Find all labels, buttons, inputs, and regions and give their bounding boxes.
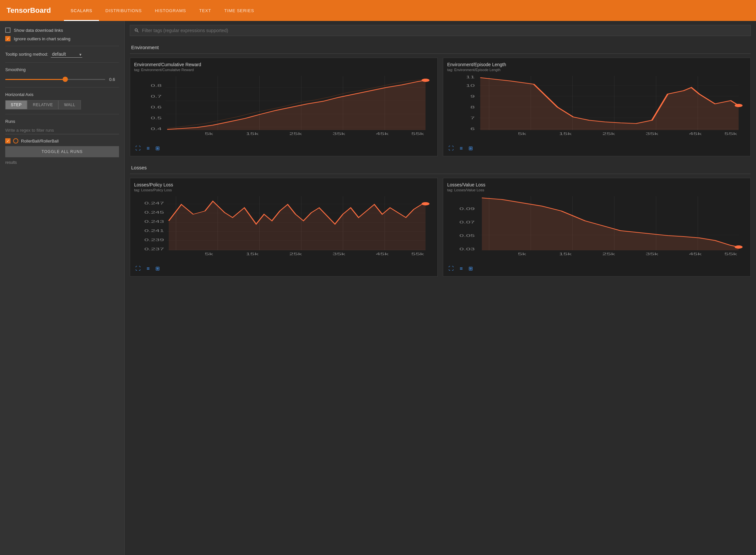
filter-bar (130, 25, 751, 36)
tooltip-label: Tooltip sorting method: (5, 52, 48, 57)
divider-3 (5, 87, 119, 87)
data-download-button-1[interactable]: ≡ (458, 144, 464, 152)
chart-value-loss-tag: tag: Losses/Value Loss (447, 188, 747, 192)
smoothing-section: Smoothing 0.6 (5, 67, 119, 83)
zoom-button-3[interactable]: ⊞ (467, 265, 474, 272)
environment-section: Environment Environment/Cumulative Rewar… (130, 41, 751, 156)
svg-text:35k: 35k (645, 132, 659, 136)
svg-text:55k: 55k (724, 132, 738, 136)
svg-text:0.237: 0.237 (144, 247, 164, 251)
smoothing-label: Smoothing (5, 67, 119, 72)
svg-text:5k: 5k (518, 132, 526, 136)
episode-length-svg: 6 7 8 9 10 11 5k 15k 25k 35k 45k (447, 74, 747, 140)
header: TensorBoard SCALARS DISTRIBUTIONS HISTOG… (0, 0, 756, 21)
run-checkbox-0[interactable] (5, 138, 10, 143)
svg-text:5k: 5k (518, 252, 526, 256)
filter-tags-input[interactable] (142, 28, 747, 33)
svg-text:35k: 35k (332, 252, 346, 256)
tooltip-select-wrapper: default descending ascending nearest (51, 51, 82, 58)
ignore-outliers-checkbox[interactable] (5, 36, 10, 41)
svg-text:25k: 25k (289, 132, 302, 136)
nav-tabs: SCALARS DISTRIBUTIONS HISTOGRAMS TEXT TI… (64, 0, 261, 21)
runs-filter-input[interactable] (5, 126, 119, 134)
run-item-0: RollerBall/RollerBall (5, 138, 119, 143)
chart-policy-loss-area: 0.237 0.239 0.241 0.243 0.245 0.247 5k 1… (134, 195, 433, 260)
show-download-links-checkbox[interactable] (5, 28, 10, 33)
slider-thumb[interactable] (63, 77, 68, 82)
results-text: results (5, 160, 17, 165)
expand-chart-button-1[interactable]: ⛶ (447, 144, 455, 152)
svg-text:7: 7 (471, 116, 475, 120)
horizontal-axis-label: Horizontal Axis (5, 92, 119, 97)
losses-section-title: Losses (130, 162, 751, 174)
environment-section-title: Environment (130, 41, 751, 54)
svg-text:0.5: 0.5 (151, 116, 162, 120)
slider-row: 0.6 (5, 76, 119, 83)
svg-text:15k: 15k (246, 132, 259, 136)
svg-text:0.03: 0.03 (459, 247, 475, 251)
svg-text:0.07: 0.07 (459, 220, 475, 224)
chart-episode-length-area: 6 7 8 9 10 11 5k 15k 25k 35k 45k (447, 74, 747, 140)
value-loss-toolbar: ⛶ ≡ ⊞ (447, 263, 747, 272)
chart-episode-length: Environment/Episode Length tag: Environm… (443, 58, 751, 156)
svg-text:6: 6 (471, 127, 475, 131)
expand-chart-button-2[interactable]: ⛶ (134, 265, 142, 272)
data-download-button-3[interactable]: ≡ (458, 265, 464, 272)
toggle-all-runs-button[interactable]: TOGGLE ALL RUNS (5, 146, 119, 157)
svg-text:45k: 45k (689, 252, 702, 256)
chart-value-loss: Losses/Value Loss tag: Losses/Value Loss (443, 178, 751, 276)
svg-text:0.241: 0.241 (144, 229, 164, 232)
zoom-button-2[interactable]: ⊞ (154, 265, 161, 272)
tab-histograms[interactable]: HISTOGRAMS (148, 0, 192, 21)
svg-text:9: 9 (471, 95, 475, 98)
show-download-links-option: Show data download links (5, 28, 119, 33)
logo: TensorBoard (7, 6, 51, 15)
smoothing-slider-container (5, 76, 105, 83)
tab-text[interactable]: TEXT (193, 0, 218, 21)
tab-time-series[interactable]: TIME SERIES (218, 0, 261, 21)
axis-step-button[interactable]: STEP (5, 100, 27, 110)
expand-chart-button-0[interactable]: ⛶ (134, 144, 142, 152)
svg-text:25k: 25k (289, 252, 302, 256)
svg-text:55k: 55k (411, 252, 425, 256)
tab-scalars[interactable]: SCALARS (64, 0, 99, 21)
svg-text:5k: 5k (205, 252, 213, 256)
axis-buttons: STEP RELATIVE WALL (5, 100, 119, 110)
tab-distributions[interactable]: DISTRIBUTIONS (99, 0, 149, 21)
svg-text:0.7: 0.7 (151, 95, 162, 98)
slider-track (5, 79, 105, 80)
svg-point-13 (422, 79, 430, 82)
ignore-outliers-label: Ignore outliers in chart scaling (14, 36, 71, 41)
svg-text:45k: 45k (689, 132, 702, 136)
environment-charts-row: Environment/Cumulative Reward tag: Envir… (130, 58, 751, 156)
tooltip-select[interactable]: default descending ascending nearest (51, 51, 82, 58)
cumulative-reward-toolbar: ⛶ ≡ ⊞ (134, 142, 433, 152)
axis-relative-button[interactable]: RELATIVE (27, 100, 58, 110)
sidebar: Show data download links Ignore outliers… (0, 21, 125, 555)
value-loss-svg: 0.03 0.05 0.07 0.09 5k 15k 25k 35k 45k 5… (447, 195, 747, 260)
svg-text:15k: 15k (559, 252, 572, 256)
svg-text:0.245: 0.245 (144, 211, 164, 214)
svg-text:0.6: 0.6 (151, 105, 162, 109)
axis-wall-button[interactable]: WALL (58, 100, 81, 110)
chart-policy-loss: Losses/Policy Loss tag: Losses/Policy Lo… (130, 178, 438, 276)
zoom-button-1[interactable]: ⊞ (467, 144, 474, 152)
runs-label: Runs (5, 119, 119, 124)
chart-cumulative-reward: Environment/Cumulative Reward tag: Envir… (130, 58, 438, 156)
data-download-button-2[interactable]: ≡ (145, 265, 151, 272)
svg-text:0.4: 0.4 (151, 127, 162, 131)
svg-text:0.05: 0.05 (459, 234, 475, 238)
svg-text:15k: 15k (559, 132, 572, 136)
svg-text:10: 10 (466, 84, 475, 87)
chart-value-loss-title: Losses/Value Loss (447, 182, 747, 187)
zoom-button-0[interactable]: ⊞ (154, 144, 161, 152)
chart-value-loss-area: 0.03 0.05 0.07 0.09 5k 15k 25k 35k 45k 5… (447, 195, 747, 260)
data-download-button-0[interactable]: ≡ (145, 144, 151, 152)
svg-point-43 (422, 202, 430, 205)
svg-text:55k: 55k (411, 132, 425, 136)
slider-fill (5, 79, 65, 80)
policy-loss-toolbar: ⛶ ≡ ⊞ (134, 263, 433, 272)
divider-1 (5, 46, 119, 46)
expand-chart-button-3[interactable]: ⛶ (447, 265, 455, 272)
svg-text:45k: 45k (376, 252, 389, 256)
